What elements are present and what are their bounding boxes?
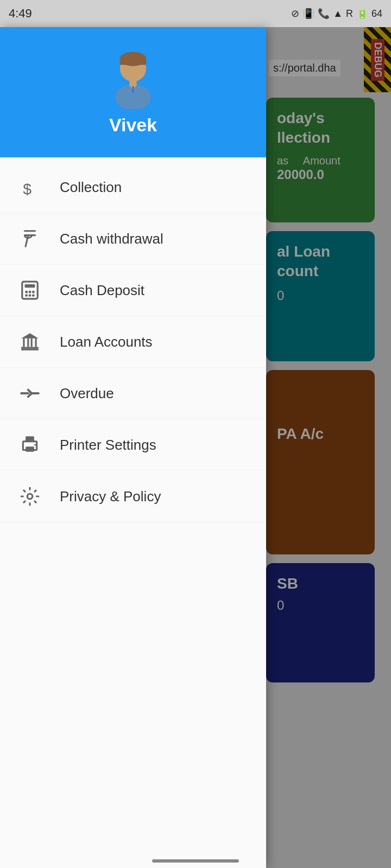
dollar-icon: $ bbox=[16, 174, 43, 201]
do-not-disturb-icon: ⊘ bbox=[291, 8, 299, 20]
gear-icon bbox=[16, 483, 43, 510]
battery-percent: 64 bbox=[371, 8, 382, 20]
svg-rect-20 bbox=[35, 339, 37, 347]
time-display: 4:49 bbox=[9, 7, 32, 21]
svg-rect-21 bbox=[21, 347, 39, 349]
wifi-icon: ▲ bbox=[333, 8, 343, 20]
printer-settings-label: Printer Settings bbox=[60, 437, 156, 454]
vibrate-icon: 📳 bbox=[302, 8, 314, 20]
drawer-header: Vivek bbox=[0, 27, 266, 157]
sidebar-item-loan-accounts[interactable]: Loan Accounts bbox=[0, 316, 266, 368]
sidebar-item-collection[interactable]: $ Collection bbox=[0, 162, 266, 213]
svg-rect-2 bbox=[120, 59, 146, 65]
collection-label: Collection bbox=[60, 179, 122, 196]
sidebar-item-printer-settings[interactable]: Printer Settings bbox=[0, 419, 266, 471]
svg-rect-27 bbox=[26, 446, 34, 452]
svg-rect-26 bbox=[26, 436, 34, 442]
rupee-icon bbox=[16, 225, 43, 252]
overdue-label: Overdue bbox=[60, 385, 114, 402]
svg-rect-9 bbox=[25, 284, 35, 288]
svg-point-29 bbox=[27, 494, 33, 499]
cash-deposit-label: Cash Deposit bbox=[60, 282, 144, 299]
sidebar-item-overdue[interactable]: Overdue bbox=[0, 368, 266, 419]
home-indicator bbox=[152, 859, 239, 863]
svg-point-11 bbox=[29, 291, 31, 293]
calculator-icon bbox=[16, 277, 43, 304]
printer-icon bbox=[16, 431, 43, 458]
svg-rect-6 bbox=[129, 79, 136, 86]
svg-point-13 bbox=[25, 294, 28, 297]
svg-point-10 bbox=[25, 291, 28, 293]
navigation-drawer: Vivek $ Collection Cash withdrawal bbox=[0, 27, 266, 868]
overdue-icon bbox=[16, 380, 43, 407]
loan-accounts-label: Loan Accounts bbox=[60, 334, 153, 350]
svg-rect-17 bbox=[23, 339, 24, 347]
svg-point-14 bbox=[29, 294, 31, 297]
svg-marker-16 bbox=[21, 333, 39, 339]
svg-rect-22 bbox=[21, 349, 39, 350]
svg-text:$: $ bbox=[23, 180, 31, 197]
battery-icon: 🔋 bbox=[356, 8, 368, 20]
menu-list: $ Collection Cash withdrawal bbox=[0, 157, 266, 868]
status-icons: ⊘ 📳 📞 ▲ R 🔋 64 bbox=[291, 8, 382, 20]
svg-rect-19 bbox=[31, 339, 33, 347]
sidebar-item-cash-deposit[interactable]: Cash Deposit bbox=[0, 265, 266, 316]
sidebar-item-privacy-policy[interactable]: Privacy & Policy bbox=[0, 471, 266, 522]
svg-point-15 bbox=[32, 294, 35, 297]
call-icon: 📞 bbox=[318, 8, 330, 20]
status-bar: 4:49 ⊘ 📳 📞 ▲ R 🔋 64 bbox=[0, 0, 391, 27]
avatar bbox=[103, 49, 163, 109]
drawer-username: Vivek bbox=[109, 114, 157, 136]
privacy-policy-label: Privacy & Policy bbox=[60, 488, 161, 505]
signal-icon: R bbox=[346, 8, 353, 20]
sidebar-item-cash-withdrawal[interactable]: Cash withdrawal bbox=[0, 213, 266, 265]
svg-rect-18 bbox=[27, 339, 29, 347]
svg-point-28 bbox=[34, 444, 36, 445]
svg-point-12 bbox=[32, 291, 35, 293]
bank-icon bbox=[16, 328, 43, 355]
cash-withdrawal-label: Cash withdrawal bbox=[60, 231, 163, 247]
